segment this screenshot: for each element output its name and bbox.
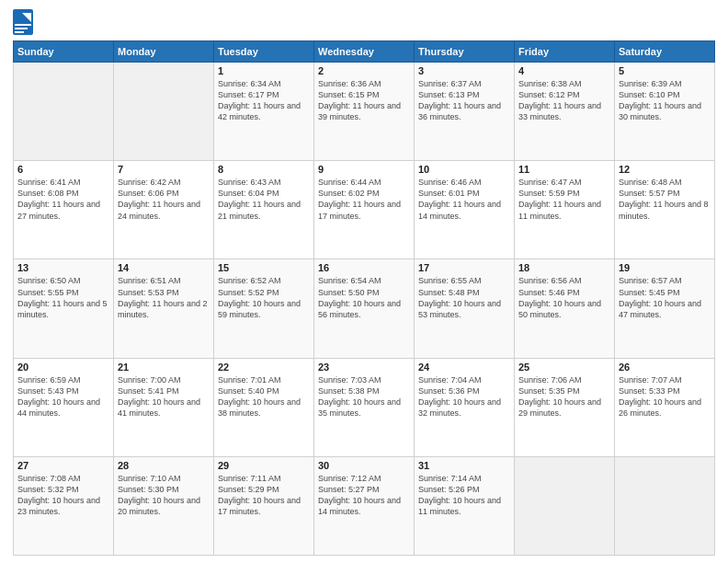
day-info: Sunrise: 6:48 AM Sunset: 5:57 PM Dayligh…: [619, 177, 711, 222]
calendar-header: SundayMondayTuesdayWednesdayThursdayFrid…: [14, 41, 715, 63]
day-number: 20: [17, 362, 109, 373]
week-row-3: 20Sunrise: 6:59 AM Sunset: 5:43 PM Dayli…: [14, 358, 715, 456]
day-cell: 16Sunrise: 6:54 AM Sunset: 5:50 PM Dayli…: [314, 259, 415, 358]
day-info: Sunrise: 7:07 AM Sunset: 5:33 PM Dayligh…: [619, 374, 711, 419]
day-cell: 19Sunrise: 6:57 AM Sunset: 5:45 PM Dayli…: [615, 259, 715, 358]
day-number: 10: [418, 164, 510, 175]
day-cell: [114, 63, 214, 161]
day-cell: 30Sunrise: 7:12 AM Sunset: 5:27 PM Dayli…: [314, 456, 415, 555]
day-cell: 1Sunrise: 6:34 AM Sunset: 6:17 PM Daylig…: [214, 63, 314, 161]
day-cell: 14Sunrise: 6:51 AM Sunset: 5:53 PM Dayli…: [114, 259, 214, 358]
day-number: 1: [218, 65, 310, 76]
calendar-table: SundayMondayTuesdayWednesdayThursdayFrid…: [13, 40, 715, 556]
day-of-week-monday: Monday: [114, 41, 214, 63]
day-info: Sunrise: 6:46 AM Sunset: 6:01 PM Dayligh…: [418, 177, 510, 222]
day-info: Sunrise: 7:12 AM Sunset: 5:27 PM Dayligh…: [318, 473, 410, 518]
day-info: Sunrise: 6:54 AM Sunset: 5:50 PM Dayligh…: [318, 275, 410, 320]
day-cell: 4Sunrise: 6:38 AM Sunset: 6:12 PM Daylig…: [515, 63, 615, 161]
day-cell: 25Sunrise: 7:06 AM Sunset: 5:35 PM Dayli…: [515, 358, 615, 456]
day-info: Sunrise: 6:59 AM Sunset: 5:43 PM Dayligh…: [17, 374, 109, 419]
day-cell: 10Sunrise: 6:46 AM Sunset: 6:01 PM Dayli…: [415, 161, 515, 259]
day-number: 11: [518, 164, 610, 175]
day-info: Sunrise: 7:10 AM Sunset: 5:30 PM Dayligh…: [118, 473, 210, 518]
day-info: Sunrise: 6:41 AM Sunset: 6:08 PM Dayligh…: [17, 177, 109, 222]
day-number: 28: [118, 460, 210, 471]
day-cell: 7Sunrise: 6:42 AM Sunset: 6:06 PM Daylig…: [114, 161, 214, 259]
day-cell: 3Sunrise: 6:37 AM Sunset: 6:13 PM Daylig…: [415, 63, 515, 161]
day-info: Sunrise: 7:00 AM Sunset: 5:41 PM Dayligh…: [118, 374, 210, 419]
page: SundayMondayTuesdayWednesdayThursdayFrid…: [0, 0, 728, 563]
day-number: 22: [218, 362, 310, 373]
svg-rect-3: [15, 28, 28, 29]
day-cell: [515, 456, 615, 555]
day-number: 8: [218, 164, 310, 175]
day-info: Sunrise: 7:01 AM Sunset: 5:40 PM Dayligh…: [218, 374, 310, 419]
day-number: 31: [418, 460, 510, 471]
day-of-week-friday: Friday: [515, 41, 615, 63]
day-cell: 6Sunrise: 6:41 AM Sunset: 6:08 PM Daylig…: [14, 161, 114, 259]
day-cell: 26Sunrise: 7:07 AM Sunset: 5:33 PM Dayli…: [615, 358, 715, 456]
day-number: 18: [518, 262, 610, 273]
day-number: 19: [619, 262, 711, 273]
day-of-week-saturday: Saturday: [615, 41, 715, 63]
day-info: Sunrise: 7:06 AM Sunset: 5:35 PM Dayligh…: [518, 374, 610, 419]
day-info: Sunrise: 6:38 AM Sunset: 6:12 PM Dayligh…: [518, 78, 610, 123]
day-info: Sunrise: 6:51 AM Sunset: 5:53 PM Dayligh…: [118, 275, 210, 320]
day-number: 24: [418, 362, 510, 373]
day-number: 15: [218, 262, 310, 273]
day-cell: 20Sunrise: 6:59 AM Sunset: 5:43 PM Dayli…: [14, 358, 114, 456]
calendar-body: 1Sunrise: 6:34 AM Sunset: 6:17 PM Daylig…: [14, 63, 715, 556]
day-cell: 17Sunrise: 6:55 AM Sunset: 5:48 PM Dayli…: [415, 259, 515, 358]
day-info: Sunrise: 6:50 AM Sunset: 5:55 PM Dayligh…: [17, 275, 109, 320]
day-cell: [14, 63, 114, 161]
day-number: 16: [318, 262, 410, 273]
day-of-week-thursday: Thursday: [415, 41, 515, 63]
day-info: Sunrise: 6:43 AM Sunset: 6:04 PM Dayligh…: [218, 177, 310, 222]
day-cell: 23Sunrise: 7:03 AM Sunset: 5:38 PM Dayli…: [314, 358, 415, 456]
header: [13, 9, 715, 35]
logo-icon: [13, 9, 33, 35]
day-number: 17: [418, 262, 510, 273]
week-row-2: 13Sunrise: 6:50 AM Sunset: 5:55 PM Dayli…: [14, 259, 715, 358]
svg-rect-2: [15, 24, 31, 26]
day-of-week-tuesday: Tuesday: [214, 41, 314, 63]
day-info: Sunrise: 7:11 AM Sunset: 5:29 PM Dayligh…: [218, 473, 310, 518]
day-info: Sunrise: 6:55 AM Sunset: 5:48 PM Dayligh…: [418, 275, 510, 320]
day-info: Sunrise: 6:47 AM Sunset: 5:59 PM Dayligh…: [518, 177, 610, 222]
day-number: 6: [17, 164, 109, 175]
day-info: Sunrise: 6:44 AM Sunset: 6:02 PM Dayligh…: [318, 177, 410, 222]
day-cell: 28Sunrise: 7:10 AM Sunset: 5:30 PM Dayli…: [114, 456, 214, 555]
day-cell: 9Sunrise: 6:44 AM Sunset: 6:02 PM Daylig…: [314, 161, 415, 259]
day-cell: 29Sunrise: 7:11 AM Sunset: 5:29 PM Dayli…: [214, 456, 314, 555]
day-cell: 24Sunrise: 7:04 AM Sunset: 5:36 PM Dayli…: [415, 358, 515, 456]
day-cell: 22Sunrise: 7:01 AM Sunset: 5:40 PM Dayli…: [214, 358, 314, 456]
day-cell: 5Sunrise: 6:39 AM Sunset: 6:10 PM Daylig…: [615, 63, 715, 161]
day-cell: [615, 456, 715, 555]
day-number: 29: [218, 460, 310, 471]
day-number: 4: [518, 65, 610, 76]
day-number: 13: [17, 262, 109, 273]
day-number: 12: [619, 164, 711, 175]
svg-rect-4: [15, 31, 24, 33]
day-number: 9: [318, 164, 410, 175]
day-info: Sunrise: 6:57 AM Sunset: 5:45 PM Dayligh…: [619, 275, 711, 320]
logo: [13, 9, 37, 35]
day-number: 7: [118, 164, 210, 175]
day-info: Sunrise: 6:34 AM Sunset: 6:17 PM Dayligh…: [218, 78, 310, 123]
day-number: 21: [118, 362, 210, 373]
day-number: 3: [418, 65, 510, 76]
day-of-week-wednesday: Wednesday: [314, 41, 415, 63]
header-row: SundayMondayTuesdayWednesdayThursdayFrid…: [14, 41, 715, 63]
day-info: Sunrise: 7:04 AM Sunset: 5:36 PM Dayligh…: [418, 374, 510, 419]
day-number: 26: [619, 362, 711, 373]
day-cell: 2Sunrise: 6:36 AM Sunset: 6:15 PM Daylig…: [314, 63, 415, 161]
day-cell: 12Sunrise: 6:48 AM Sunset: 5:57 PM Dayli…: [615, 161, 715, 259]
day-info: Sunrise: 6:36 AM Sunset: 6:15 PM Dayligh…: [318, 78, 410, 123]
day-of-week-sunday: Sunday: [14, 41, 114, 63]
day-number: 2: [318, 65, 410, 76]
day-cell: 31Sunrise: 7:14 AM Sunset: 5:26 PM Dayli…: [415, 456, 515, 555]
week-row-1: 6Sunrise: 6:41 AM Sunset: 6:08 PM Daylig…: [14, 161, 715, 259]
day-info: Sunrise: 7:03 AM Sunset: 5:38 PM Dayligh…: [318, 374, 410, 419]
day-number: 14: [118, 262, 210, 273]
day-number: 27: [17, 460, 109, 471]
